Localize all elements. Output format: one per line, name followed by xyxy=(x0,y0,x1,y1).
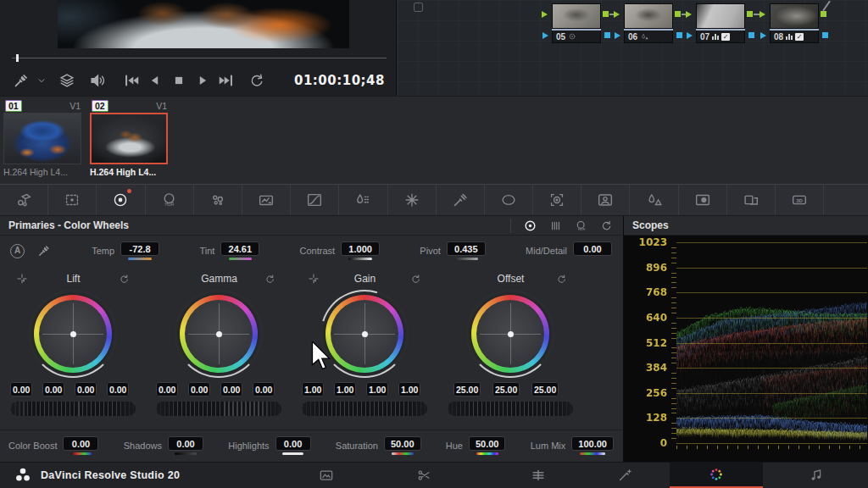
play-button[interactable] xyxy=(193,71,212,90)
wheel-value[interactable]: 1.00 xyxy=(366,382,388,396)
tool-eyedropper-button[interactable] xyxy=(437,185,485,215)
reset-icon[interactable] xyxy=(555,273,568,286)
adjustment-value[interactable]: 0.435 xyxy=(447,241,486,256)
page-tab-media[interactable] xyxy=(280,463,373,488)
param-value[interactable]: 0.00 xyxy=(63,436,98,451)
node-thumbnail[interactable] xyxy=(552,3,601,29)
grab-still-icon[interactable] xyxy=(12,71,31,90)
tool-effects-button[interactable] xyxy=(388,185,437,215)
wheel-value[interactable]: 0.00 xyxy=(220,382,242,396)
wheel-value[interactable]: 25.00 xyxy=(492,382,520,396)
node-07[interactable]: 07✓ xyxy=(696,3,745,43)
unmix-icon[interactable] xyxy=(58,71,76,90)
tool-frame-sizing-button[interactable] xyxy=(48,185,97,215)
node-label[interactable]: 07✓ xyxy=(696,30,745,43)
wheel-value[interactable]: 0.00 xyxy=(75,382,97,396)
wheel-center-dot[interactable] xyxy=(362,331,368,337)
node-enabled-checkbox[interactable]: ✓ xyxy=(721,33,730,41)
page-tab-color[interactable] xyxy=(670,463,763,488)
node-label[interactable]: 06 xyxy=(624,30,673,43)
wheel-value[interactable]: 25.00 xyxy=(531,382,559,396)
wheels-mode-icon[interactable] xyxy=(523,219,537,233)
node-thumbnail[interactable] xyxy=(624,3,673,29)
key-connector[interactable] xyxy=(822,32,828,38)
wheel-value[interactable]: 0.00 xyxy=(188,382,210,396)
tool-color-wheels-button[interactable] xyxy=(97,185,145,215)
stop-button[interactable] xyxy=(170,71,188,90)
color-wheel-offset[interactable] xyxy=(466,290,554,378)
tool-magic-mask-button[interactable] xyxy=(581,185,630,215)
wheel-value[interactable]: 0.00 xyxy=(10,382,32,396)
param-value[interactable]: 0.00 xyxy=(275,436,311,451)
crosshair-icon[interactable] xyxy=(307,272,320,286)
loop-button[interactable] xyxy=(248,71,266,90)
viewer-scrub-bar[interactable] xyxy=(12,58,387,58)
rgb-connector[interactable] xyxy=(821,11,826,17)
rgb-connector[interactable] xyxy=(747,11,753,17)
go-first-frame-button[interactable] xyxy=(122,71,141,90)
clip-thumbnail[interactable] xyxy=(90,113,168,164)
tool-tracker-button[interactable] xyxy=(533,185,581,215)
node-thumbnail[interactable] xyxy=(770,3,819,29)
key-connector[interactable] xyxy=(760,32,766,39)
step-back-button[interactable] xyxy=(146,71,164,90)
viewer-playhead[interactable] xyxy=(16,54,19,62)
node-05[interactable]: 05 xyxy=(552,3,601,43)
node-thumbnail[interactable] xyxy=(696,3,745,29)
reset-icon[interactable] xyxy=(118,273,131,286)
wheel-value[interactable]: 1.00 xyxy=(334,382,356,396)
param-value[interactable]: 50.00 xyxy=(384,436,421,451)
wheel-center-dot[interactable] xyxy=(508,331,514,337)
page-tab-fusion[interactable] xyxy=(578,463,671,488)
tool-curves-button[interactable] xyxy=(291,185,339,215)
page-tab-fairlight[interactable] xyxy=(770,463,863,488)
key-connector[interactable] xyxy=(687,32,693,39)
wheel-value[interactable]: 0.00 xyxy=(253,382,275,396)
master-wheel-scrub[interactable] xyxy=(156,402,281,416)
wheel-center-dot[interactable] xyxy=(70,331,76,337)
reset-icon[interactable] xyxy=(599,219,614,233)
adjustment-value[interactable]: -72.8 xyxy=(120,241,159,256)
tool-rgb-mixer-button[interactable] xyxy=(194,185,242,215)
wheel-value[interactable]: 25.00 xyxy=(453,382,481,396)
page-tab-edit[interactable] xyxy=(492,463,585,488)
tool-blur-button[interactable] xyxy=(630,185,678,215)
master-wheel-scrub[interactable] xyxy=(302,402,427,416)
adjustment-value[interactable]: 24.61 xyxy=(220,241,259,256)
auto-balance-icon[interactable]: A xyxy=(10,244,25,258)
tool-key-button[interactable] xyxy=(679,185,727,215)
color-wheel-lift[interactable] xyxy=(29,290,117,378)
master-wheel-scrub[interactable] xyxy=(448,402,573,416)
key-connector[interactable] xyxy=(615,32,620,39)
rgb-connector[interactable] xyxy=(542,11,548,18)
wheel-center-dot[interactable] xyxy=(216,331,222,337)
param-value[interactable]: 100.00 xyxy=(571,436,614,451)
adjustment-value[interactable]: 1.000 xyxy=(341,241,380,256)
node-enabled-checkbox[interactable]: ✓ xyxy=(795,33,804,41)
param-value[interactable]: 0.00 xyxy=(168,436,203,451)
crosshair-icon[interactable] xyxy=(15,272,29,286)
key-connector[interactable] xyxy=(542,32,548,39)
node-label[interactable]: 08✓ xyxy=(770,30,819,43)
wheel-value[interactable]: 0.00 xyxy=(42,382,64,396)
chevron-down-icon[interactable] xyxy=(36,71,47,90)
tool-camera-raw-button[interactable] xyxy=(0,185,48,215)
rgb-connector[interactable] xyxy=(675,11,681,17)
clip-02[interactable]: 02V1H.264 High L4... xyxy=(90,99,169,183)
master-wheel-scrub[interactable] xyxy=(10,402,136,416)
tool-motion-effects-button[interactable] xyxy=(242,185,291,215)
tool-hdr-wheels-button[interactable]: HDR xyxy=(146,185,194,215)
color-wheel-gamma[interactable] xyxy=(175,290,263,378)
reset-icon[interactable] xyxy=(409,273,422,286)
wheel-value[interactable]: 1.00 xyxy=(302,382,324,396)
reset-icon[interactable] xyxy=(264,273,276,286)
clip-thumbnail[interactable] xyxy=(3,113,81,164)
node-panel-toggle[interactable] xyxy=(414,3,423,12)
key-connector[interactable] xyxy=(604,32,610,38)
tool-stereo-3d-button[interactable]: 3D xyxy=(776,185,824,215)
white-balance-picker-icon[interactable] xyxy=(36,243,52,258)
audio-mute-icon[interactable] xyxy=(88,71,107,90)
key-connector[interactable] xyxy=(748,32,754,38)
hdr-mode-icon[interactable]: HDR xyxy=(574,219,588,233)
tool-qualifier-button[interactable] xyxy=(339,185,387,215)
